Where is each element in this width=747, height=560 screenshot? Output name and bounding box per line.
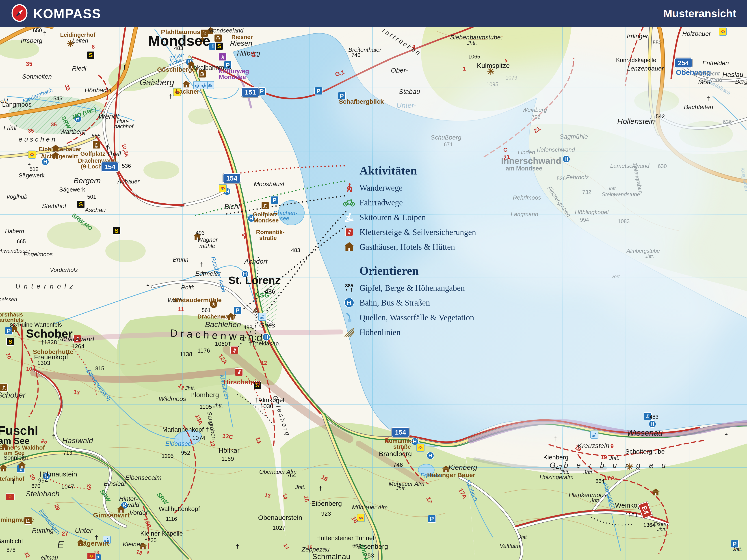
map-label: Riedl — [72, 65, 86, 72]
map-label: Drachenwand — [198, 314, 236, 319]
map-label: 483 — [649, 414, 659, 420]
map-label: Weinberg — [522, 107, 547, 113]
map-label: Bichl — [224, 203, 239, 210]
brand-name: KOMPASS — [33, 6, 101, 21]
swim-icon — [200, 81, 208, 89]
map-label: Mühlauer Alm — [389, 481, 424, 487]
map-label: Wistaudermühle — [173, 297, 222, 303]
legend-activities-title: Aktivitäten — [360, 164, 476, 177]
map-label: Romantik- — [385, 438, 413, 444]
map-label: 8 — [92, 44, 95, 50]
map-label: Hirschsteig — [224, 379, 260, 385]
museum-icon — [198, 70, 206, 78]
map-label: 815 — [95, 366, 104, 371]
legend-item-label: Gipfel, Berge & Höhenangaben — [360, 283, 465, 293]
smark-icon: S — [112, 227, 121, 235]
map-label: Schafbergblick — [339, 99, 384, 105]
map-label: Romantik- — [256, 229, 284, 235]
map-label: 1074 — [192, 435, 205, 441]
map-label: 1083 — [618, 219, 629, 224]
map-label: 764 — [287, 473, 296, 478]
map-label: 713 — [63, 450, 72, 456]
map-label: 1116 — [166, 516, 177, 522]
map-label: Almbergstube — [627, 248, 660, 254]
map-label: -wald — [124, 502, 139, 508]
map-label: Diebrecht- — [695, 71, 722, 76]
map-label: 706 — [532, 114, 541, 120]
hut-icon — [343, 242, 356, 251]
map-label: Gries — [259, 322, 275, 329]
map-label: Gimsenwirt — [93, 512, 130, 518]
map-label: NSG — [255, 292, 269, 299]
golf-icon — [0, 383, 8, 392]
map-label: Vorder- — [129, 510, 150, 516]
map-label: 1 — [463, 66, 466, 72]
cross-icon: † — [43, 30, 47, 37]
map-label: 1303 — [37, 360, 50, 366]
spring-icon — [343, 313, 356, 322]
map-label: Aichingerwirt — [41, 154, 78, 159]
map-label: Göschlberger — [157, 66, 198, 73]
map-label: Aubauer — [118, 179, 139, 184]
map-label: Ruine Wartenfels — [18, 322, 62, 327]
map-label: 550 — [653, 40, 662, 45]
smark-icon: S — [6, 338, 14, 346]
map-label: Schatzwand — [57, 336, 94, 343]
map-label: Schober — [0, 391, 25, 399]
map-label: Sägewerk — [19, 172, 45, 178]
map-canvas: Mondsee483PfahlbaumuseumMondseelandRiesn… — [0, 27, 747, 560]
map-label: Höllenstein — [617, 117, 655, 125]
map-label: Wartberg — [60, 129, 86, 135]
map-label: Jhtt. — [519, 535, 528, 540]
hiker-icon — [343, 183, 356, 193]
map-label: Lenzenbauer — [627, 65, 664, 72]
map-label: Achdorf — [244, 258, 267, 265]
map-label: 11 — [178, 306, 184, 312]
legend-item-label: Skitouren & Loipen — [360, 213, 426, 222]
legend-item-label: Quellen, Wasserfälle & Vegetation — [360, 313, 474, 322]
map-label: Roith — [181, 285, 195, 290]
map-label: Jhtt. — [608, 186, 617, 191]
legend-item-label: Gasthäuser, Hotels & Hütten — [360, 242, 455, 252]
climb-icon — [235, 368, 243, 376]
map-label: Lametschwand — [610, 163, 649, 169]
map-label: 878 — [6, 547, 16, 553]
climb-icon — [230, 346, 238, 354]
map-label: 35 — [51, 122, 57, 127]
map-label: Jhtt. — [590, 498, 600, 503]
map-label: 746 — [393, 462, 403, 468]
map-label: 12 — [261, 360, 267, 366]
map-label: Stefanihof — [0, 476, 24, 482]
map-label: Jhtt. — [657, 527, 667, 532]
map-label: 994 — [38, 478, 48, 483]
map-label: Fuschl — [0, 424, 38, 437]
map-label: Golfplatz — [80, 151, 105, 157]
map-label: 555 — [92, 133, 101, 138]
map-label: Unterholz — [16, 283, 76, 290]
map-label: Haslwald — [62, 436, 93, 444]
swim-icon — [258, 313, 266, 321]
map-label: am See — [0, 436, 30, 445]
map-label: Eibensee — [165, 441, 191, 447]
cross-icon: † — [724, 432, 728, 439]
map-label: Steinbach — [26, 490, 59, 498]
map-label: Sonnleiten — [22, 74, 52, 80]
poiy-icon — [416, 444, 424, 452]
map-label: 665 — [17, 239, 26, 244]
map-label: †Almkogel — [255, 397, 284, 403]
map-label: Holzingeralm — [539, 474, 573, 480]
cross-icon: † — [319, 485, 322, 492]
poiy-icon — [719, 28, 727, 36]
cross-icon: † — [706, 95, 710, 102]
ski-icon — [343, 212, 356, 222]
map-label: 952 — [181, 450, 190, 456]
map-label: †735 — [145, 538, 156, 543]
map-label: Aschau — [85, 207, 106, 213]
map-label: Riesen — [230, 39, 252, 47]
map-label: Kienberg — [543, 454, 568, 460]
map-label: Linden — [518, 150, 535, 155]
map-label: Hüttensteiner Tunnel — [316, 535, 374, 541]
map-label: Ober- — [391, 67, 408, 74]
map-label: 17A — [603, 475, 615, 481]
map-label: Höblingkogel — [575, 209, 609, 215]
